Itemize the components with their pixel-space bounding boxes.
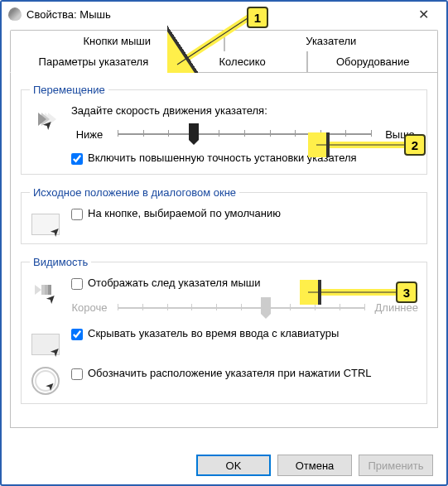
locate-pointer-input[interactable]: [71, 368, 83, 380]
tab-pointers[interactable]: Указатели: [224, 30, 439, 51]
tabs-row-1: Кнопки мыши Указатели: [10, 30, 438, 51]
pointer-trail-label: Отображать след указателя мыши: [88, 277, 261, 291]
tab-buttons[interactable]: Кнопки мыши: [10, 30, 224, 51]
snap-to-icon: [31, 214, 60, 235]
group-snap-legend: Исходное положение в диалоговом окне: [30, 186, 239, 199]
mouse-icon: [8, 7, 22, 21]
hide-pointer-input[interactable]: [71, 329, 83, 340]
enhance-precision-checkbox[interactable]: Включить повышенную точность установки у…: [71, 152, 418, 166]
group-visibility: Видимость Отображать след указателя мыши…: [21, 256, 427, 404]
pointer-trail-input[interactable]: [71, 278, 83, 290]
group-motion: Перемещение Задайте скорость движения ук…: [21, 84, 427, 175]
tab-wheel[interactable]: Колесико: [177, 51, 308, 73]
ok-button[interactable]: OK: [196, 455, 271, 476]
tab-panel: Перемещение Задайте скорость движения ук…: [10, 72, 438, 428]
hide-pointer-icon: [31, 334, 60, 355]
group-visibility-legend: Видимость: [30, 256, 91, 268]
hide-pointer-label: Скрывать указатель во время ввода с клав…: [88, 327, 339, 341]
tab-pointer-options[interactable]: Параметры указателя: [10, 51, 177, 73]
slider-slow-label: Ниже: [71, 128, 108, 141]
titlebar: Свойства: Мышь ✕: [2, 2, 446, 26]
tab-hardware[interactable]: Оборудование: [307, 51, 438, 73]
group-snap: Исходное положение в диалоговом окне На …: [21, 186, 427, 244]
locate-pointer-checkbox[interactable]: Обозначить расположение указателя при на…: [71, 367, 418, 381]
pointer-speed-slider[interactable]: [118, 123, 372, 145]
pointer-speed-label: Задайте скорость движения указателя:: [71, 104, 418, 117]
hide-pointer-checkbox[interactable]: Скрывать указатель во время ввода с клав…: [71, 327, 418, 341]
apply-button[interactable]: Применить: [359, 455, 433, 476]
cancel-button[interactable]: Отмена: [277, 455, 352, 476]
enhance-precision-input[interactable]: [71, 153, 83, 165]
snap-to-checkbox[interactable]: На кнопке, выбираемой по умолчанию: [71, 207, 418, 221]
pointer-speed-icon: [31, 108, 60, 136]
tabs-row-2: Параметры указателя Колесико Оборудовани…: [10, 51, 438, 73]
pointer-trail-checkbox[interactable]: Отображать след указателя мыши: [71, 277, 418, 291]
locate-pointer-label: Обозначить расположение указателя при на…: [88, 367, 372, 381]
snap-to-input[interactable]: [71, 209, 83, 220]
pointer-trail-icon: [31, 280, 60, 308]
locate-pointer-icon: [31, 367, 60, 395]
pointer-trail-slider: [118, 297, 365, 319]
slider-fast-label: Выше: [382, 128, 418, 141]
snap-to-label: На кнопке, выбираемой по умолчанию: [88, 207, 281, 221]
group-motion-legend: Перемещение: [30, 84, 108, 96]
trail-short-label: Короче: [71, 301, 108, 314]
trail-long-label: Длиннее: [375, 301, 418, 314]
enhance-precision-label: Включить повышенную точность установки у…: [88, 152, 357, 166]
close-button[interactable]: ✕: [407, 2, 440, 26]
window-title: Свойства: Мышь: [26, 8, 111, 21]
dialog-buttons: OK Отмена Применить: [2, 455, 446, 476]
